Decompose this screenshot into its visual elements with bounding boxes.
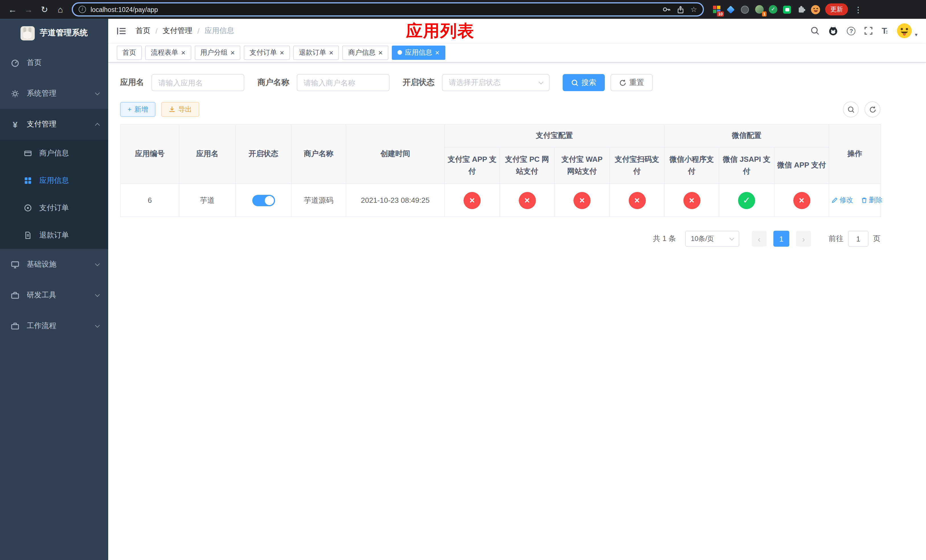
hamburger-icon[interactable] (117, 26, 126, 35)
sidebar-item-workflow[interactable]: 工作流程 (0, 310, 108, 341)
font-size-icon[interactable]: T↕ (882, 26, 888, 36)
sidebar-item-merchant-info[interactable]: 商户信息 (0, 139, 108, 167)
top-navbar: 首页 / 支付管理 / 应用信息 应用列表 ? T↕ ▾ (108, 19, 926, 43)
github-icon[interactable] (828, 26, 838, 36)
sidebar-item-app-info[interactable]: 应用信息 (0, 167, 108, 194)
col-wechat-app: 微信 APP 支付 (774, 147, 829, 184)
pagination: 共 1 条 10条/页 ‹ 1 › 前往 页 (120, 231, 881, 247)
enabled-switch[interactable] (252, 195, 275, 206)
app-table: 应用编号 应用名 开启状态 商户名称 创建时间 支付宝配置 微信配置 操作 支付… (120, 124, 881, 217)
chat-extension-icon[interactable] (782, 5, 791, 14)
page-title: 应用列表 (406, 20, 474, 43)
extensions-strip: 10 1 ✓ 更新 ⋮ (712, 3, 862, 15)
close-icon[interactable]: × (329, 49, 333, 56)
sidebar-item-refund-order[interactable]: 退款订单 (0, 222, 108, 249)
fullscreen-icon[interactable] (864, 26, 873, 35)
globe-extension-icon[interactable] (740, 5, 749, 14)
page-number-button[interactable]: 1 (773, 231, 789, 247)
status-select-placeholder: 请选择开启状态 (449, 77, 501, 88)
grid-icon (24, 177, 32, 185)
tab-pay-order[interactable]: 支付订单× (244, 45, 290, 59)
merchant-name-input[interactable] (297, 74, 390, 91)
address-bar[interactable]: i localhost:1024/pay/app ☆ (72, 2, 704, 17)
sidebar-item-home[interactable]: 首页 (0, 47, 108, 78)
share-icon[interactable] (677, 5, 685, 14)
sidebar-item-infrastructure[interactable]: 基础设施 (0, 249, 108, 280)
export-button[interactable]: 导出 (161, 102, 199, 117)
site-info-icon[interactable]: i (79, 6, 86, 13)
alipay-app-status-icon: × (464, 192, 481, 209)
add-button[interactable]: + 新增 (120, 102, 156, 117)
tab-user-group[interactable]: 用户分组× (195, 45, 240, 59)
tab-home[interactable]: 首页 (117, 45, 142, 59)
status-select[interactable]: 请选择开启状态 (442, 74, 549, 91)
active-dot (398, 50, 402, 55)
bookmark-star-icon[interactable]: ☆ (690, 5, 697, 14)
app-name-input[interactable] (151, 74, 244, 91)
refresh-table-button[interactable] (864, 101, 881, 117)
breadcrumb-item[interactable]: 首页 (136, 26, 150, 36)
close-icon[interactable]: × (181, 49, 185, 56)
profile-avatar-icon[interactable] (811, 5, 820, 14)
sidebar-item-payment[interactable]: ¥ 支付管理 (0, 109, 108, 139)
delete-link[interactable]: 删除 (861, 195, 882, 205)
close-icon[interactable]: × (230, 49, 235, 56)
tab-merchant-info[interactable]: 商户信息× (342, 45, 388, 59)
app-logo-row[interactable]: 芋道管理系统 (0, 19, 108, 47)
edit-link[interactable]: 修改 (831, 195, 853, 205)
help-icon[interactable]: ? (847, 26, 856, 35)
tab-refund-order[interactable]: 退款订单× (293, 45, 339, 59)
cell-created: 2021-10-23 08:49:25 (346, 184, 445, 217)
browser-reload-icon[interactable]: ↻ (38, 3, 51, 16)
toggle-search-button[interactable] (843, 101, 859, 117)
col-group-alipay: 支付宝配置 (445, 124, 664, 147)
sidebar-item-system[interactable]: 系统管理 (0, 78, 108, 109)
col-alipay-pc: 支付宝 PC 网站支付 (500, 147, 554, 184)
chevron-up-icon (95, 123, 100, 128)
sidebar-item-dev-tools[interactable]: 研发工具 (0, 280, 108, 310)
extensions-puzzle-icon[interactable] (797, 5, 806, 14)
reset-button[interactable]: 重置 (610, 74, 653, 91)
user-avatar[interactable]: ▾ (897, 23, 917, 39)
search-icon[interactable] (811, 26, 820, 35)
close-icon[interactable]: × (378, 49, 383, 56)
chrome-update-button[interactable]: 更新 (825, 3, 848, 15)
breadcrumb-item[interactable]: 支付管理 (163, 26, 192, 36)
dashboard-icon (11, 58, 20, 67)
browser-home-icon[interactable]: ⌂ (53, 3, 67, 16)
breadcrumb: 首页 / 支付管理 / 应用信息 (136, 26, 235, 36)
avatar-emoji-icon (897, 23, 912, 39)
check-extension-icon[interactable]: ✓ (769, 5, 777, 14)
breadcrumb-item-current: 应用信息 (205, 26, 235, 36)
close-icon[interactable]: × (435, 49, 439, 56)
col-wechat-mini: 微信小程序支付 (664, 147, 719, 184)
breadcrumb-separator: / (156, 26, 157, 35)
sidebar-item-pay-order[interactable]: 支付订单 (0, 194, 108, 222)
wechat-mini-status-icon: × (683, 192, 700, 209)
gear-icon (11, 89, 20, 98)
col-app-name: 应用名 (179, 124, 236, 184)
gem-extension-icon[interactable] (726, 5, 735, 14)
cell-status (236, 184, 291, 217)
close-icon[interactable]: × (280, 49, 284, 56)
tab-app-info[interactable]: 应用信息× (392, 45, 445, 59)
search-icon (571, 79, 579, 86)
page-size-select[interactable]: 10条/页 (685, 231, 739, 247)
search-button[interactable]: 搜索 (563, 74, 605, 91)
col-status: 开启状态 (236, 124, 291, 184)
next-page-button[interactable]: › (796, 231, 811, 247)
tabs-bar: 首页 流程表单× 用户分组× 支付订单× 退款订单× 商户信息× 应用信息× (108, 43, 926, 63)
blocks-extension-icon[interactable]: 10 (712, 5, 721, 14)
avatar-extension-icon[interactable]: 1 (755, 5, 764, 14)
browser-back-icon[interactable]: ← (6, 3, 20, 16)
goto-page-input[interactable] (848, 231, 869, 247)
page-content: 应用名 商户名称 开启状态 请选择开启状态 搜索 (108, 63, 926, 560)
alipay-wap-status-icon: × (573, 192, 590, 209)
tab-process-form[interactable]: 流程表单× (145, 45, 191, 59)
browser-menu-icon[interactable]: ⋮ (854, 5, 862, 14)
password-key-icon[interactable] (663, 5, 671, 14)
cell-merchant: 芋道源码 (291, 184, 346, 217)
cell-alipay-app: × (445, 184, 500, 217)
prev-page-button[interactable]: ‹ (752, 231, 767, 247)
browser-forward-icon[interactable]: → (22, 3, 35, 16)
